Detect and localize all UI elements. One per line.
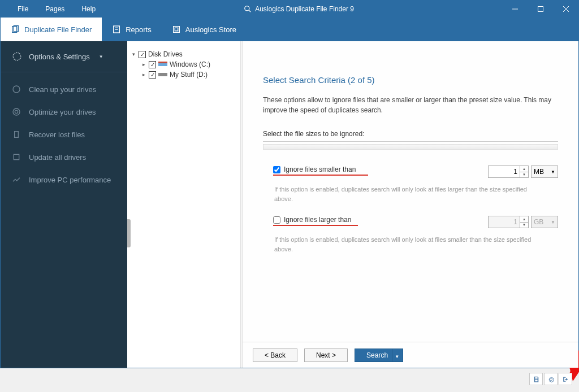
divider xyxy=(1,72,127,72)
report-icon xyxy=(112,25,121,34)
exit-icon xyxy=(562,376,569,383)
svg-point-13 xyxy=(13,53,21,60)
svg-rect-20 xyxy=(158,62,167,63)
tree-checkbox[interactable]: ✓ xyxy=(149,71,156,79)
sidebar-item-performance[interactable]: Improve PC performance xyxy=(1,168,127,191)
menu-pages[interactable]: Pages xyxy=(45,5,64,13)
exit-tool-button[interactable] xyxy=(559,373,572,385)
wizard-footer: < Back Next > Search▼ xyxy=(243,342,578,368)
files-icon xyxy=(11,25,20,34)
chevron-down-icon: ▼ xyxy=(99,54,103,59)
tab-reports[interactable]: Reports xyxy=(102,18,162,41)
back-button[interactable]: < Back xyxy=(253,349,297,362)
chevron-down-icon: ▼ xyxy=(395,354,399,359)
svg-point-14 xyxy=(13,86,20,93)
ignore-larger-checkbox-label[interactable]: Ignore files larger than xyxy=(273,216,488,224)
tree-root-disk-drives[interactable]: ▾ ✓ Disk Drives xyxy=(131,49,237,59)
search-button[interactable]: Search▼ xyxy=(355,349,403,362)
menu-help[interactable]: Help xyxy=(81,5,96,13)
smaller-unit-select[interactable]: MB▼ xyxy=(531,165,558,178)
page-description: These options allow to ignore files that… xyxy=(263,95,557,115)
gear-icon xyxy=(12,51,22,62)
recover-icon xyxy=(12,130,21,139)
tab-duplicate-file-finder[interactable]: Duplicate File Finder xyxy=(1,18,102,41)
tab-bar: Duplicate File Finder Reports Auslogics … xyxy=(1,18,578,41)
menu-file[interactable]: File xyxy=(18,5,28,13)
tree-checkbox[interactable]: ✓ xyxy=(139,51,146,58)
window-body: Options & Settings ▼ Clean up your drive… xyxy=(1,41,578,368)
larger-unit-select: GB▼ xyxy=(531,216,558,228)
tree-item-mystuff-d[interactable]: ▸ ✓ My Stuff (D:) xyxy=(131,69,237,80)
tree-expand-icon[interactable]: ▸ xyxy=(141,72,146,77)
tree-collapse-icon[interactable]: ▾ xyxy=(131,51,136,57)
tree-item-windows-c[interactable]: ▸ ✓ Windows (C:) xyxy=(131,59,237,69)
tree-label: Disk Drives xyxy=(148,50,183,58)
bottom-toolbar xyxy=(529,373,572,385)
chevron-down-icon: ▼ xyxy=(551,169,555,175)
save-icon xyxy=(533,376,540,383)
spinner-down[interactable]: ▼ xyxy=(520,172,528,178)
larger-spinner: ▲ ▼ xyxy=(520,216,528,228)
menu-bar: File Pages Help xyxy=(1,5,96,13)
sidebar: Options & Settings ▼ Clean up your drive… xyxy=(1,41,127,368)
sidebar-item-drivers[interactable]: Update all drivers xyxy=(1,146,127,168)
spinner-up: ▲ xyxy=(520,216,528,223)
larger-description: If this option is enabled, duplicates se… xyxy=(274,235,534,254)
optimize-icon xyxy=(12,107,21,116)
tab-auslogics-store[interactable]: Auslogics Store xyxy=(162,18,247,41)
svg-point-15 xyxy=(13,108,20,115)
minimize-button[interactable] xyxy=(502,1,528,18)
criteria-smaller-row: Ignore files smaller than ▲ ▼ MB▼ xyxy=(263,165,558,178)
ignore-smaller-checkbox[interactable] xyxy=(273,166,280,173)
svg-rect-12 xyxy=(175,28,178,31)
sidebar-collapse-handle[interactable] xyxy=(127,219,131,247)
ignore-smaller-checkbox-label[interactable]: Ignore files smaller than xyxy=(273,165,488,173)
gear-icon xyxy=(547,376,555,383)
svg-rect-17 xyxy=(15,132,19,138)
section-heading: Select the file sizes to be ignored: xyxy=(263,130,558,138)
smaller-spinner: ▲ ▼ xyxy=(520,166,528,177)
ignore-larger-checkbox[interactable] xyxy=(273,216,280,224)
tree-checkbox[interactable]: ✓ xyxy=(149,61,156,68)
spinner-up[interactable]: ▲ xyxy=(520,166,528,172)
sidebar-item-optimize[interactable]: Optimize your drives xyxy=(1,101,127,123)
highlight-underline xyxy=(273,225,358,226)
sidebar-item-recover[interactable]: Recover lost files xyxy=(1,123,127,146)
close-button[interactable] xyxy=(553,1,578,18)
tree-label: Windows (C:) xyxy=(170,60,210,68)
red-arrow-annotation xyxy=(565,284,579,386)
titlebar: File Pages Help Auslogics Duplicate File… xyxy=(1,1,578,18)
svg-rect-21 xyxy=(158,73,167,76)
divider xyxy=(263,141,558,142)
save-tool-button[interactable] xyxy=(529,373,543,385)
settings-tool-button[interactable] xyxy=(544,373,558,385)
sidebar-options-settings[interactable]: Options & Settings ▼ xyxy=(1,41,127,72)
tree-expand-icon[interactable]: ▸ xyxy=(141,62,146,67)
drive-tree-panel: ▾ ✓ Disk Drives ▸ ✓ Windows (C:) ▸ ✓ My … xyxy=(127,41,240,368)
page-title: Select Search Criteria (2 of 5) xyxy=(263,75,558,85)
tree-label: My Stuff (D:) xyxy=(170,71,208,79)
cleanup-icon xyxy=(12,85,21,94)
window-controls xyxy=(502,1,578,18)
svg-point-0 xyxy=(245,6,249,11)
maximize-button[interactable] xyxy=(528,1,553,18)
next-button[interactable]: Next > xyxy=(304,349,348,362)
smaller-value-input[interactable]: ▲ ▼ xyxy=(488,165,529,178)
larger-value-input: ▲ ▼ xyxy=(488,216,529,228)
smaller-value-field[interactable] xyxy=(489,166,520,177)
spinner-down: ▼ xyxy=(520,223,528,228)
svg-rect-19 xyxy=(158,63,167,66)
smaller-description: If this option is enabled, duplicates se… xyxy=(274,185,534,203)
drivers-icon xyxy=(12,153,21,162)
svg-point-16 xyxy=(15,110,18,113)
window-title: Auslogics Duplicate File Finder 9 xyxy=(96,5,502,13)
app-window: File Pages Help Auslogics Duplicate File… xyxy=(0,0,579,368)
drive-icon xyxy=(158,71,167,78)
sidebar-item-cleanup[interactable]: Clean up your drives xyxy=(1,78,127,101)
svg-rect-11 xyxy=(173,27,179,33)
chevron-down-icon: ▼ xyxy=(551,220,555,225)
store-icon xyxy=(172,25,181,34)
performance-icon xyxy=(12,175,21,184)
section-bar xyxy=(263,144,558,150)
highlight-underline xyxy=(273,175,368,176)
